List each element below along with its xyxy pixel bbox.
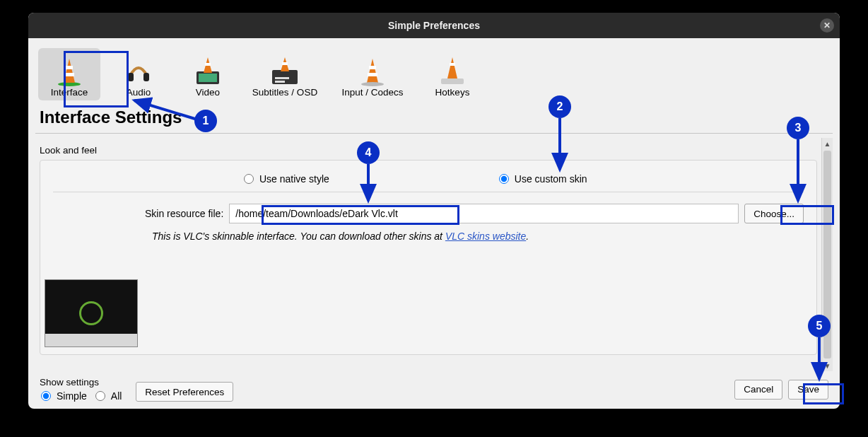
annotation-marker-4: 4	[357, 141, 380, 164]
annotation-arrow-1	[0, 0, 868, 437]
annotation-marker-3: 3	[787, 117, 809, 139]
annotation-marker-2: 2	[549, 95, 571, 118]
annotation-marker-1: 1	[194, 110, 217, 132]
svg-line-22	[134, 100, 197, 120]
annotation-marker-5: 5	[808, 315, 831, 337]
